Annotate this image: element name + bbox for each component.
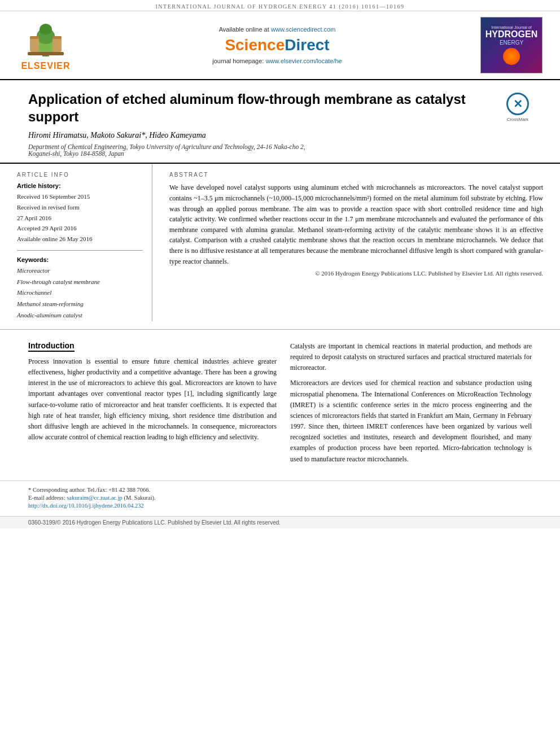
intro-paragraph-1: Process innovation is essential to ensur… <box>28 356 277 443</box>
journal-homepage-url: www.elsevier.com/locate/he <box>266 58 342 64</box>
available-online-url: www.sciencedirect.com <box>271 26 335 33</box>
publisher-logo-block: ELSEVIER <box>9 17 82 73</box>
abstract-text: We have developed novel catalyst support… <box>169 182 543 267</box>
available-online-date: Available online 26 May 2016 <box>17 234 143 244</box>
keyword-3: Microchannel <box>17 287 143 299</box>
sciencedirect-block: Available online at www.sciencedirect.co… <box>88 17 466 73</box>
email-label: E-mail address: <box>28 495 65 501</box>
keyword-4: Methanol steam-reforming <box>17 299 143 310</box>
email-note: E-mail address: sakuraim@cc.tuat.ac.jp (… <box>28 495 532 501</box>
paper-title-section: Application of etched aluminum flow-thro… <box>0 80 560 164</box>
crossmark-label: CrossMark <box>507 117 529 122</box>
authors-text: Hiromi Hiramatsu, Makoto Sakurai*, Hideo… <box>28 131 206 139</box>
introduction-body-left: Process innovation is essential to ensur… <box>28 356 277 443</box>
elsevier-brand-text: ELSEVIER <box>21 61 70 71</box>
introduction-title: Introduction <box>28 341 75 352</box>
accepted-date: Accepted 29 April 2016 <box>17 223 143 234</box>
article-info-label: ARTICLE INFO <box>17 172 143 178</box>
received-revised-label: Received in revised form <box>17 202 143 213</box>
journal-header: ELSEVIER Available online at www.science… <box>0 11 560 80</box>
keyword-1: Microreactor <box>17 265 143 277</box>
intro-paragraph-2: Catalysts are important in chemical reac… <box>290 341 532 374</box>
article-history-label: Article history: <box>17 182 143 189</box>
doi-line: http://dx.doi.org/10.1016/j.ijhydene.201… <box>28 503 532 509</box>
svg-rect-8 <box>28 52 64 55</box>
intro-paragraph-3: Microreactors are devices used for chemi… <box>290 378 532 465</box>
cover-line2: HYDROGEN <box>485 29 537 40</box>
doi-link[interactable]: http://dx.doi.org/10.1016/j.ijhydene.201… <box>28 503 144 509</box>
introduction-left-column: Introduction Process innovation is essen… <box>28 341 277 469</box>
email-link[interactable]: sakuraim@cc.tuat.ac.jp <box>67 495 123 501</box>
affiliation-line1: Department of Chemical Engineering, Toky… <box>28 143 305 150</box>
keywords-label: Keywords: <box>17 256 143 263</box>
sciencedirect-brand: ScienceDirect <box>225 36 329 54</box>
corresponding-note-text: * Corresponding author. Tel./fax: +81 42… <box>28 487 150 493</box>
journal-cover-image: International Journal of HYDROGEN ENERGY <box>480 17 542 73</box>
journal-banner-text: INTERNATIONAL JOURNAL OF HYDROGEN ENERGY… <box>155 3 404 10</box>
footer-section: * Corresponding author. Tel./fax: +81 42… <box>0 480 560 516</box>
footer-bottom-bar: 0360-3199/© 2016 Hydrogen Energy Publica… <box>0 516 560 528</box>
article-info-column: ARTICLE INFO Article history: Received 1… <box>17 164 152 321</box>
journal-homepage-prefix: journal homepage: <box>212 58 264 64</box>
crossmark-icon: ✕ <box>506 93 529 115</box>
journal-homepage-text: journal homepage: www.elsevier.com/locat… <box>212 56 342 65</box>
divider-1 <box>17 250 143 251</box>
paper-title: Application of etched aluminum flow-thro… <box>28 90 492 125</box>
svg-point-3 <box>40 24 52 35</box>
cover-decoration <box>503 48 520 65</box>
journal-cover-block: International Journal of HYDROGEN ENERGY <box>472 17 551 73</box>
cover-line1: International Journal of <box>491 25 531 29</box>
introduction-right-column: Catalysts are important in chemical reac… <box>290 341 532 469</box>
abstract-column: ABSTRACT We have developed novel catalys… <box>164 164 543 321</box>
direct-text: Direct <box>285 36 329 54</box>
keyword-2: Flow-through catalyst membrane <box>17 277 143 288</box>
svg-rect-7 <box>53 36 62 39</box>
svg-rect-5 <box>30 36 39 39</box>
available-online-prefix: Available online at <box>219 26 269 33</box>
keyword-5: Anodic-aluminum catalyst <box>17 310 143 321</box>
cover-line3: ENERGY <box>500 40 523 46</box>
footer-bottom-text: 0360-3199/© 2016 Hydrogen Energy Publica… <box>28 519 281 526</box>
received-date: Received 16 September 2015 <box>17 191 143 202</box>
article-info-abstract-section: ARTICLE INFO Article history: Received 1… <box>0 164 560 329</box>
journal-banner: INTERNATIONAL JOURNAL OF HYDROGEN ENERGY… <box>0 0 560 11</box>
available-online-text: Available online at www.sciencedirect.co… <box>219 25 336 34</box>
keywords-list: Microreactor Flow-through catalyst membr… <box>17 265 143 321</box>
main-content-section: Introduction Process innovation is essen… <box>0 330 560 480</box>
crossmark-block[interactable]: ✕ CrossMark <box>504 93 532 122</box>
paper-title-block: Application of etched aluminum flow-thro… <box>28 90 492 157</box>
paper-affiliation: Department of Chemical Engineering, Toky… <box>28 143 492 157</box>
paper-authors: Hiromi Hiramatsu, Makoto Sakurai*, Hideo… <box>28 131 492 140</box>
abstract-copyright: © 2016 Hydrogen Energy Publications LLC.… <box>169 270 543 277</box>
email-suffix: (M. Sakurai). <box>124 495 155 501</box>
affiliation-line2: Koganei-shi, Tokyo 184-8588, Japan <box>28 150 124 157</box>
introduction-body-right: Catalysts are important in chemical reac… <box>290 341 532 465</box>
science-text: Science <box>225 36 285 54</box>
corresponding-note: * Corresponding author. Tel./fax: +81 42… <box>28 487 532 493</box>
elsevier-logo: ELSEVIER <box>21 19 70 71</box>
elsevier-tree-icon <box>23 19 68 59</box>
revised-date: 27 April 2016 <box>17 213 143 224</box>
abstract-label: ABSTRACT <box>169 172 543 178</box>
